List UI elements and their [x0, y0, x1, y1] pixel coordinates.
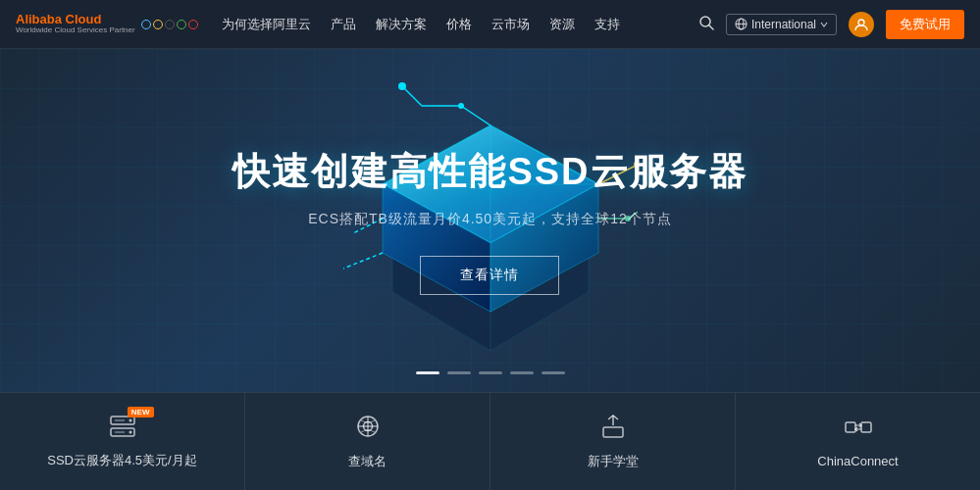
svg-point-21 [398, 82, 406, 90]
chevron-down-icon [820, 21, 828, 28]
bottom-item-beginner[interactable]: 新手学堂 [490, 393, 736, 490]
beginner-label: 新手学堂 [588, 453, 639, 470]
new-badge: NEW [128, 407, 154, 417]
dot-3[interactable] [479, 371, 502, 374]
hero-cta-button[interactable]: 查看详情 [420, 256, 559, 295]
ring-red [188, 20, 198, 29]
svg-rect-41 [861, 422, 871, 432]
nav-item-solutions[interactable]: 解决方案 [376, 16, 427, 33]
dot-1[interactable] [416, 371, 439, 374]
ring-yellow [153, 20, 163, 29]
nav-item-why[interactable]: 为何选择阿里云 [222, 16, 311, 33]
svg-point-20 [458, 103, 464, 109]
svg-point-5 [858, 20, 864, 25]
ring-black [165, 20, 175, 29]
nav-item-marketplace[interactable]: 云市场 [491, 16, 530, 33]
bottom-item-chinaconnect[interactable]: ChinaConnect [736, 393, 980, 490]
search-icon[interactable] [699, 16, 714, 33]
free-trial-button[interactable]: 免费试用 [886, 10, 964, 39]
ring-green [177, 20, 186, 29]
connect-icon [845, 415, 872, 446]
svg-line-19 [402, 86, 422, 106]
dot-4[interactable] [510, 371, 534, 374]
nav-links: 为何选择阿里云 产品 解决方案 价格 云市场 资源 支持 [222, 16, 699, 33]
domain-icon [355, 414, 381, 445]
svg-line-17 [461, 106, 490, 125]
nav-item-resources[interactable]: 资源 [549, 16, 575, 33]
navbar: Alibaba Cloud Worldwide Cloud Services P… [0, 0, 980, 49]
hero-subtitle: ECS搭配TB级流量月价4.50美元起，支持全球12个节点 [232, 211, 747, 228]
bottom-item-domain[interactable]: 查域名 [245, 393, 490, 490]
dot-5[interactable] [542, 371, 565, 374]
logo-brand: Alibaba Cloud [16, 13, 135, 26]
globe-icon [735, 18, 748, 30]
server-icon: NEW [109, 415, 136, 444]
lang-label: International [751, 18, 816, 31]
bottom-item-ssd[interactable]: NEW SSD云服务器4.5美元/月起 [0, 393, 245, 490]
nav-item-support[interactable]: 支持 [594, 16, 620, 33]
svg-point-30 [129, 418, 131, 421]
nav-item-products[interactable]: 产品 [331, 16, 356, 33]
logo[interactable]: Alibaba Cloud Worldwide Cloud Services P… [16, 13, 198, 35]
dots-indicator [416, 371, 565, 374]
svg-rect-40 [846, 422, 855, 432]
hero-title: 快速创建高性能SSD云服务器 [232, 147, 747, 197]
olympic-rings [141, 20, 198, 29]
chinaconnect-label: ChinaConnect [817, 454, 898, 468]
user-icon [854, 18, 868, 31]
hero-content: 快速创建高性能SSD云服务器 ECS搭配TB级流量月价4.50美元起，支持全球1… [232, 147, 747, 295]
nav-item-pricing[interactable]: 价格 [446, 16, 472, 33]
dot-2[interactable] [447, 371, 471, 374]
domain-label: 查域名 [348, 453, 387, 470]
graduate-icon [599, 414, 627, 445]
bottom-bar: NEW SSD云服务器4.5美元/月起 查域名 新手学堂 [0, 392, 980, 490]
ring-blue [141, 20, 151, 29]
ssd-label: SSD云服务器4.5美元/月起 [47, 452, 196, 469]
svg-line-1 [709, 25, 713, 29]
svg-point-31 [129, 430, 131, 433]
user-avatar[interactable] [849, 12, 874, 37]
navbar-right: International 免费试用 [699, 10, 964, 39]
language-selector[interactable]: International [726, 14, 837, 35]
svg-rect-38 [603, 427, 623, 437]
logo-sub: Worldwide Cloud Services Partner [16, 26, 135, 35]
hero-section: 快速创建高性能SSD云服务器 ECS搭配TB级流量月价4.50美元起，支持全球1… [0, 49, 980, 392]
